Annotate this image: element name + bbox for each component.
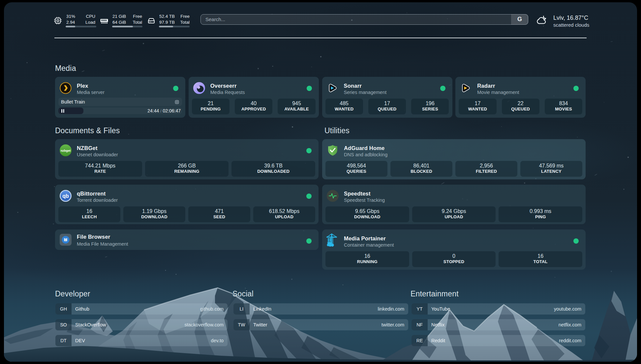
svg-text:nzbget: nzbget <box>61 149 71 152</box>
svg-text:qb: qb <box>62 193 69 199</box>
